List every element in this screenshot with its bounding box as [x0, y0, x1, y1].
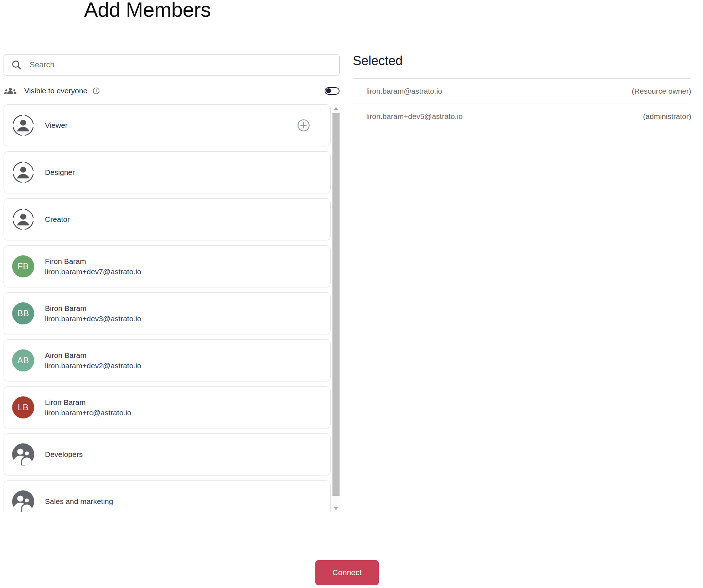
list-item-label: Creator	[45, 215, 70, 224]
user-email: liron.baram+rc@astrato.io	[45, 409, 131, 417]
selected-email: liron.baram@astrato.io	[366, 87, 442, 95]
add-icon[interactable]	[297, 119, 310, 132]
list-item-label: Sales and marketing	[45, 497, 113, 506]
toggle-knob	[326, 88, 331, 93]
list-item-user[interactable]: BB Biron Baram liron.baram+dev3@astrato.…	[4, 292, 331, 334]
info-icon[interactable]	[92, 87, 100, 95]
search-box[interactable]	[4, 54, 340, 76]
avatar: BB	[12, 302, 34, 324]
selected-row: liron.baram@astrato.io (Resource owner)	[353, 78, 691, 104]
user-name: Airon Baram	[45, 351, 141, 360]
scrollbar-thumb[interactable]	[332, 113, 340, 496]
list-item-user[interactable]: FB Firon Baram liron.baram+dev7@astrato.…	[4, 245, 331, 287]
avatar: FB	[12, 255, 34, 277]
person-dashed-circle-icon	[12, 208, 34, 230]
search-input[interactable]	[30, 60, 333, 69]
avatar: AB	[12, 349, 34, 371]
search-icon	[11, 59, 22, 70]
selected-row: liron.baram+dev5@astrato.io (administrat…	[353, 104, 691, 129]
avatar: LB	[12, 396, 34, 418]
scroll-down-icon[interactable]	[334, 507, 338, 510]
user-email: liron.baram+dev3@astrato.io	[45, 314, 141, 323]
selected-heading: Selected	[353, 53, 691, 68]
people-group-icon	[4, 87, 16, 95]
list-item-group-sales[interactable]: Sales and marketing	[4, 480, 331, 512]
list-item-user[interactable]: LB Liron Baram liron.baram+rc@astrato.io	[4, 386, 331, 428]
list-item-viewer[interactable]: Viewer	[4, 104, 331, 146]
scrollbar[interactable]	[332, 105, 340, 512]
member-list: Viewer Designer Creator FB Firon Baram l…	[4, 104, 331, 512]
user-name: Biron Baram	[45, 304, 141, 313]
list-item-group-developers[interactable]: Developers	[4, 433, 331, 475]
page-title: Add Members	[84, 0, 211, 21]
user-name: Firon Baram	[45, 257, 141, 266]
selected-role: (Resource owner)	[632, 87, 691, 95]
person-dashed-circle-icon	[12, 114, 34, 136]
user-name: Liron Baram	[45, 398, 131, 407]
list-item-label: Viewer	[45, 121, 68, 130]
user-email: liron.baram+dev2@astrato.io	[45, 361, 141, 370]
connect-button[interactable]: Connect	[315, 560, 379, 585]
person-dashed-circle-icon	[12, 161, 34, 183]
list-item-label: Designer	[45, 168, 75, 177]
people-group-circle-icon	[12, 490, 34, 512]
scroll-up-icon[interactable]	[334, 107, 338, 110]
selected-role: (administrator)	[643, 112, 691, 121]
list-item-creator[interactable]: Creator	[4, 198, 331, 240]
list-item-label: Developers	[45, 450, 83, 459]
selected-email: liron.baram+dev5@astrato.io	[366, 112, 463, 121]
visibility-row: Visible to everyone	[4, 85, 340, 96]
list-item-designer[interactable]: Designer	[4, 151, 331, 193]
visibility-toggle[interactable]	[325, 87, 340, 95]
user-email: liron.baram+dev7@astrato.io	[45, 267, 141, 276]
visibility-label: Visible to everyone	[24, 87, 87, 95]
people-group-circle-icon	[12, 443, 34, 465]
list-item-user[interactable]: AB Airon Baram liron.baram+dev2@astrato.…	[4, 339, 331, 381]
selected-panel: Selected liron.baram@astrato.io (Resourc…	[353, 53, 691, 129]
